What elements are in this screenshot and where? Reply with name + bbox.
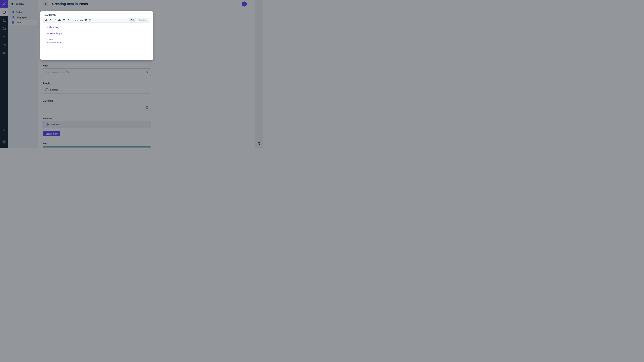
table-button[interactable] bbox=[84, 18, 88, 22]
preview-tab[interactable]: Preview bbox=[137, 18, 148, 22]
code-button[interactable]: < > bbox=[75, 18, 79, 22]
bold-button[interactable]: B bbox=[48, 18, 53, 22]
heading-button[interactable]: tT bbox=[44, 18, 48, 22]
image-icon bbox=[88, 19, 92, 22]
markdown-mode-tabs: Edit Preview bbox=[129, 18, 149, 22]
markdown-line: ## Heading 2 bbox=[46, 32, 146, 35]
link-icon bbox=[80, 19, 83, 22]
markdown-line: 2. Another Item bbox=[46, 41, 146, 44]
blockquote-icon: ” bbox=[72, 20, 73, 22]
strikethrough-icon: T bbox=[59, 19, 60, 21]
edited-dot bbox=[43, 14, 44, 15]
markdown-editor: tT B I T bbox=[43, 18, 150, 58]
markdown-toolbar: tT B I T bbox=[43, 18, 150, 23]
numbered-list-icon: 123 bbox=[66, 19, 70, 22]
edit-tab[interactable]: Edit bbox=[129, 18, 136, 22]
markdown-field-card: Markdown tT B I T bbox=[40, 11, 153, 60]
markdown-field-label-row: Markdown bbox=[43, 13, 150, 16]
svg-text:3: 3 bbox=[67, 21, 68, 22]
blockquote-button[interactable]: ” bbox=[70, 18, 75, 22]
bullet-list-button[interactable] bbox=[62, 18, 66, 22]
markdown-line: # Heading 1 bbox=[46, 26, 146, 29]
bold-icon: B bbox=[50, 19, 52, 21]
italic-icon: I bbox=[54, 19, 56, 22]
markdown-field-label: Markdown bbox=[44, 13, 56, 16]
bullet-list-icon bbox=[62, 19, 65, 22]
image-button[interactable] bbox=[88, 18, 92, 22]
link-button[interactable] bbox=[79, 18, 84, 22]
code-icon: < > bbox=[75, 19, 79, 21]
markdown-textarea[interactable]: # Heading 1 ## Heading 2 1. Item 2. Anot… bbox=[43, 23, 150, 58]
italic-button[interactable]: I bbox=[53, 18, 57, 22]
numbered-list-button[interactable]: 123 bbox=[66, 18, 70, 22]
table-icon bbox=[84, 19, 87, 22]
markdown-line: 1. Item bbox=[46, 38, 146, 40]
strikethrough-button[interactable]: T bbox=[57, 18, 62, 22]
